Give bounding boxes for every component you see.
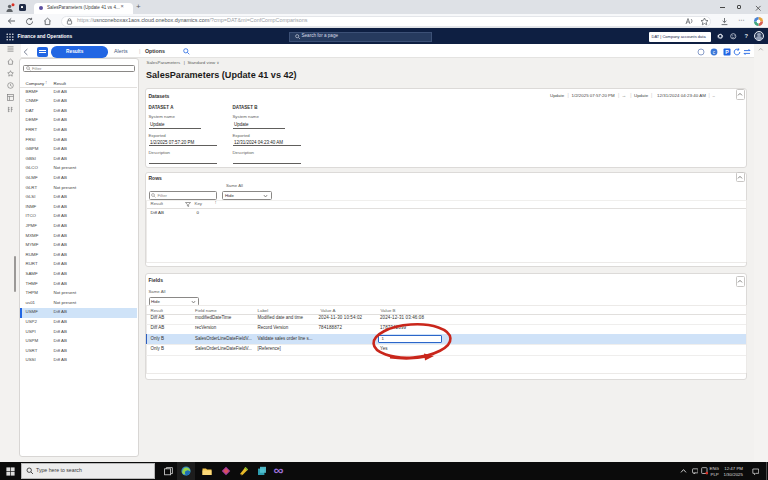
svg-text:P: P <box>725 49 729 55</box>
